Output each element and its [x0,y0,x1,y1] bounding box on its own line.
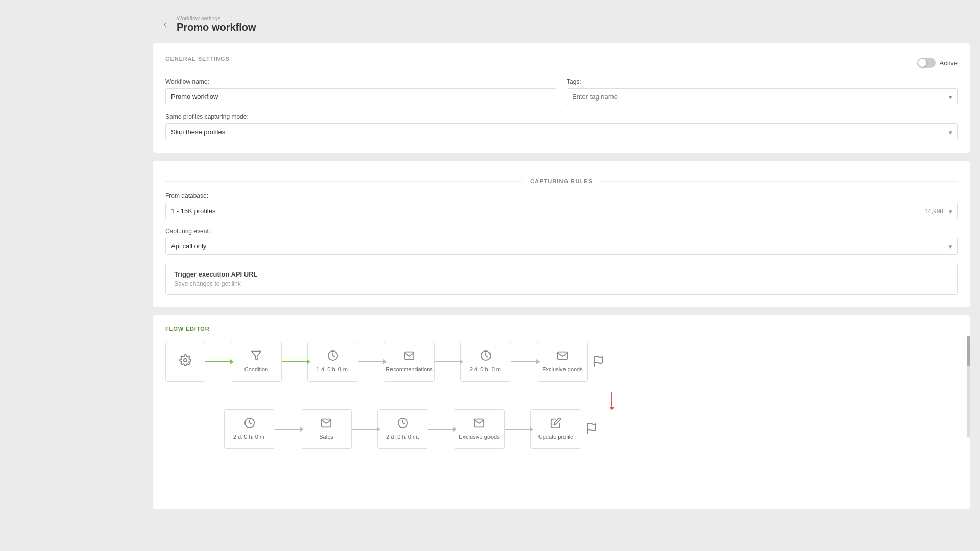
clock-icon-2 [480,350,492,363]
email-icon-4 [474,417,485,430]
workflow-name-group: Workflow name: [165,78,556,105]
same-profiles-select-wrapper: Skip these profiles Update profiles Add … [165,123,958,140]
arrow-start-condition [205,361,231,362]
arrow-sales-delay4 [352,429,377,430]
condition-label: Condition [244,366,268,373]
arrow-condition-delay1 [282,361,307,362]
green-arrow-line [205,361,231,362]
api-url-title: Trigger execution API URL [174,270,949,278]
email-icon-3 [321,417,332,430]
sales-label: Sales [319,433,333,440]
workflow-name-tags-row: Workflow name: Tags: [165,78,958,105]
recommendations-label: Recommendations [386,366,433,373]
flag1-node[interactable] [588,342,608,382]
header-titles: Workflow settings Promo workflow [177,15,256,33]
from-database-select[interactable]: 1 - 15K profiles [165,203,958,219]
workflow-name-label: Workflow name: [165,78,556,85]
tags-group: Tags: [567,78,958,105]
delay1-node[interactable]: 1 d. 0 h. 0 m. [307,342,358,382]
scroll-indicator[interactable] [967,336,970,438]
delay3-node[interactable]: 2 d. 0 h. 0 m. [224,409,275,449]
divider-line-right [601,181,958,182]
filter-icon [251,350,262,363]
arrow-delay4-exclusive2 [428,429,454,430]
divider-line-left [165,181,522,182]
from-database-label: From database: [165,192,958,199]
update-profile-node[interactable]: Update profile [530,409,581,449]
sales-node[interactable]: Sales [301,409,352,449]
workflow-name-input[interactable] [165,88,556,105]
svg-point-0 [184,359,187,362]
flow-editor-panel: FLOW EDITOR [153,315,970,509]
capturing-rules-panel: CAPTURING RULES From database: 1 - 15K p… [153,161,970,307]
general-settings-label: GENERAL SETTINGS [165,56,230,62]
api-url-box: Trigger execution API URL Save changes t… [165,263,958,295]
main-content: ‹ Workflow settings Promo workflow GENER… [153,0,980,551]
capturing-event-select[interactable]: Api call only [165,238,958,255]
recommendations-node[interactable]: Recommendations [384,342,435,382]
delay4-label: 2 d. 0 h. 0 m. [386,433,419,440]
back-button[interactable]: ‹ [158,17,173,32]
flow-row-2: 2 d. 0 h. 0 m. Sales [165,409,958,449]
flag2-node[interactable] [581,409,602,449]
flag1-icon [592,355,604,369]
page-title: Promo workflow [177,21,256,33]
left-sidebar [0,0,153,551]
api-url-subtitle: Save changes to get link [174,280,949,287]
start-node[interactable] [165,342,205,382]
delay4-node[interactable]: 2 d. 0 h. 0 m. [377,409,428,449]
red-down-arrow [266,392,958,407]
arrow-recommendations-delay2 [435,361,460,362]
from-database-select-wrapper: 1 - 15K profiles 14,998 ▾ [165,203,958,219]
gray-arrow-line-2 [435,361,460,362]
green-arrow-line-2 [282,361,307,362]
update-profile-label: Update profile [538,433,574,440]
gray-arrow-line-7 [505,429,530,430]
tags-input[interactable] [567,88,958,105]
db-count-badge: 14,998 [924,208,943,215]
exclusive2-node[interactable]: Exclusive goods [454,409,505,449]
active-toggle[interactable] [917,58,936,68]
tags-label: Tags: [567,78,958,85]
active-toggle-group: Active [917,58,958,68]
toggle-thumb [918,59,926,67]
capturing-event-label: Capturing event: [165,228,958,235]
svg-marker-1 [252,352,261,360]
email-icon-1 [404,350,415,363]
active-toggle-label: Active [940,59,958,67]
flag2-icon [585,422,598,436]
capturing-event-row: Capturing event: Api call only [165,228,958,255]
delay1-label: 1 d. 0 h. 0 m. [316,366,349,373]
red-down-arrow-container [241,392,958,407]
scroll-thumb [967,336,970,366]
exclusive1-label: Exclusive goods [542,366,583,373]
from-database-row: From database: 1 - 15K profiles 14,998 ▾ [165,192,958,219]
gray-arrow-line-5 [352,429,377,430]
gray-arrow-line-4 [275,429,301,430]
capturing-event-select-wrapper: Api call only [165,238,958,255]
delay2-node[interactable]: 2 d. 0 h. 0 m. [460,342,511,382]
same-profiles-row: Same profiles capturing mode: Skip these… [165,113,958,140]
flow-editor-label: FLOW EDITOR [165,325,958,332]
gray-arrow-line-3 [511,361,537,362]
gear-icon [179,354,191,369]
capturing-rules-divider: CAPTURING RULES [165,178,958,184]
gray-arrow-line-1 [358,361,384,362]
capturing-rules-label: CAPTURING RULES [522,178,601,184]
same-profiles-select[interactable]: Skip these profiles Update profiles Add … [165,123,958,140]
capturing-event-group: Capturing event: Api call only [165,228,958,255]
from-database-group: From database: 1 - 15K profiles 14,998 ▾ [165,192,958,219]
flow-row-1: Condition 1 d. 0 h. 0 m. [165,342,958,382]
exclusive1-node[interactable]: Exclusive goods [537,342,588,382]
same-profiles-group: Same profiles capturing mode: Skip these… [165,113,958,140]
red-arrow-vertical [611,392,612,407]
email-icon-2 [557,350,568,363]
edit-icon [550,417,561,430]
clock-icon-1 [327,350,338,363]
page-header: ‹ Workflow settings Promo workflow [153,10,980,43]
clock-icon-4 [397,417,408,430]
condition-node[interactable]: Condition [231,342,282,382]
arrow-delay1-recommendations [358,361,384,362]
clock-icon-3 [244,417,255,430]
exclusive2-label: Exclusive goods [459,433,500,440]
